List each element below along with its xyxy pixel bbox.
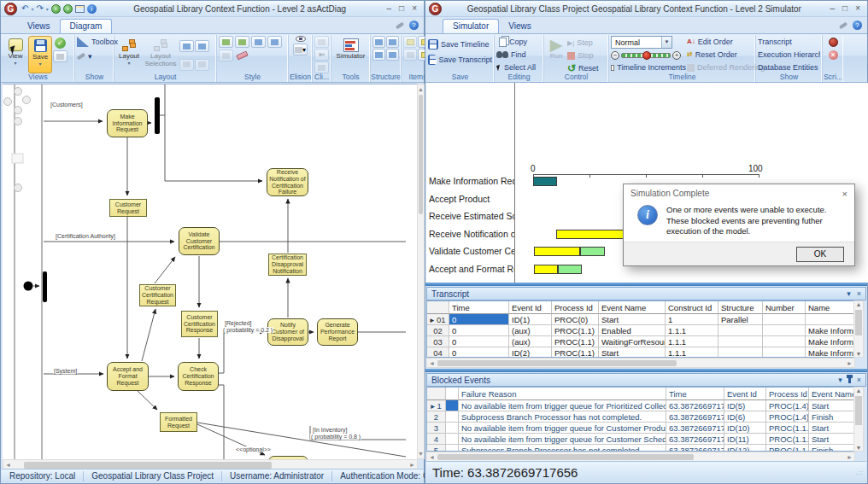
diagram-node[interactable]: Formatted Request	[160, 412, 197, 432]
show-transcript-button[interactable]: Transcript	[758, 36, 820, 48]
column-header[interactable]: Event Id	[724, 388, 766, 400]
column-header[interactable]: Process Id	[552, 301, 599, 314]
panel-splitter[interactable]	[425, 369, 867, 372]
elision-screen-icon[interactable]: ▾	[293, 44, 308, 55]
validate-check-icon[interactable]: ✓	[55, 38, 66, 49]
simulator-button[interactable]: Simulator	[333, 36, 368, 73]
align-tool-icon[interactable]	[195, 59, 209, 71]
save-timeline-button[interactable]: Save Timeline	[428, 38, 492, 50]
eraser-icon[interactable]	[235, 50, 249, 61]
column-header[interactable]: Event Id	[509, 301, 552, 314]
stop-script-icon[interactable]: ✕	[829, 50, 838, 60]
diagram-node[interactable]: Check Certification Response	[178, 362, 219, 391]
tab-simulator[interactable]: Simulator	[443, 19, 499, 33]
ok-button[interactable]: OK	[796, 247, 844, 262]
slider-plus-icon[interactable]: +	[672, 51, 681, 60]
maximize-button[interactable]: □	[842, 3, 847, 15]
gantt-bar-segment[interactable]	[534, 247, 580, 256]
resize-grip[interactable]: .::	[855, 469, 866, 476]
step-button[interactable]: ▶|Step	[567, 38, 593, 49]
redo-icon[interactable]: ↷	[36, 4, 43, 13]
column-header[interactable]: Time	[449, 301, 509, 314]
style-image-icon[interactable]	[219, 36, 233, 48]
copy-button[interactable]: Copy	[496, 36, 542, 48]
undo-icon[interactable]: ↶	[21, 4, 28, 13]
diagram-canvas[interactable]: Make Information RequestCustomer Request…	[3, 84, 418, 459]
show-database-entities-button[interactable]: Database Entities	[758, 61, 820, 73]
column-header[interactable]: Event Name	[809, 388, 855, 400]
help-icon[interactable]: ?	[409, 20, 419, 30]
structure-tool-icon[interactable]	[372, 49, 385, 61]
minimize-button[interactable]: –	[387, 3, 392, 15]
panel-splitter[interactable]	[425, 283, 867, 286]
save-button[interactable]: Save▾	[28, 36, 52, 73]
column-header[interactable]: Structure	[718, 301, 763, 314]
transcript-panel-header[interactable]: Transcript ▾ ×	[426, 287, 866, 300]
diagram-node[interactable]: Receive Notification of Certification Fa…	[267, 168, 308, 196]
column-header[interactable]: Construct Id	[666, 301, 718, 314]
redo-dropdown-icon[interactable]: ▾	[46, 6, 49, 12]
titlebar[interactable]: G Geospatial Library Class Project Geosp…	[425, 1, 867, 17]
table-row[interactable]: 2Subprocess Branch Processor has not com…	[427, 411, 855, 423]
table-row[interactable]: 5Subprocess Branch Processor has not com…	[427, 445, 855, 452]
view-button[interactable]: View▾	[3, 36, 27, 73]
diagram-node[interactable]: Generate Performance Report	[317, 318, 358, 346]
table-row[interactable]: 3No available item from trigger queue fo…	[427, 423, 855, 434]
stop-button[interactable]: Stop	[567, 50, 594, 61]
column-header[interactable]: Event Name	[599, 301, 666, 314]
panel-menu-icon[interactable]: ▾	[838, 376, 842, 384]
structure-tool-icon[interactable]	[372, 36, 385, 48]
table-row[interactable]: ▸ 1No available item from trigger queue …	[427, 400, 855, 411]
structure-tool-icon[interactable]	[386, 36, 399, 48]
paste-icon[interactable]	[314, 36, 329, 48]
style-zoom-icon[interactable]	[219, 50, 233, 61]
diagram-node[interactable]: Notify Customer of Disapproval	[267, 318, 308, 346]
back-icon[interactable]: ‹	[51, 4, 61, 14]
combo-dropdown-icon[interactable]: ▼	[661, 37, 672, 48]
column-header[interactable]	[427, 301, 449, 314]
column-header[interactable]	[427, 388, 446, 400]
timeline-increments-button[interactable]: Timeline Increments	[611, 62, 686, 73]
diagram-node[interactable]: Customer Request	[109, 199, 147, 217]
slider-minus-icon[interactable]: −	[611, 51, 619, 60]
pin-icon[interactable]	[848, 377, 851, 383]
show-execution-hierarchy-button[interactable]: Execution Hierarchy	[758, 49, 820, 61]
deferred-rendering-button[interactable]: Deferred Rendering	[687, 62, 765, 73]
toolbox-button[interactable]: Toolbox	[77, 36, 118, 48]
table-row[interactable]: 040ID(2)PROC(1.1)Start1.1.1Make Informat…	[427, 347, 855, 358]
align-tool-icon[interactable]	[195, 40, 209, 52]
window-icon[interactable]	[75, 5, 85, 13]
cut-icon[interactable]: ✄	[314, 49, 329, 61]
table-row[interactable]: 030(aux)PROC(1.1)WaitingForResources1.1.…	[427, 336, 855, 347]
elision-eye-icon[interactable]	[296, 36, 306, 42]
diagram-node[interactable]: Validate Customer Certification	[179, 227, 220, 255]
align-tool-icon[interactable]	[179, 59, 194, 71]
diagram-node[interactable]: Certification Disapproval Notification	[268, 254, 307, 276]
slider-handle[interactable]	[642, 51, 651, 60]
align-tool-icon[interactable]	[179, 40, 194, 52]
panel-menu-icon[interactable]: ▾	[847, 289, 851, 298]
item-tool-icon[interactable]	[403, 36, 417, 48]
column-header[interactable]: Process Id	[766, 388, 809, 400]
titlebar[interactable]: G ↶▾ ↷▾ ‹ › i Geospatial Library Context…	[1, 1, 424, 17]
tab-diagram[interactable]: Diagram	[60, 19, 113, 33]
minimize-button[interactable]: –	[830, 3, 836, 15]
blocked-events-table[interactable]: Failure ReasonTimeEvent IdProcess IdEven…	[426, 387, 855, 452]
column-header[interactable]: Number	[763, 301, 806, 314]
style-shape-icon[interactable]	[251, 36, 266, 48]
blocked-events-panel-header[interactable]: Blocked Events ▾ ×	[426, 373, 866, 387]
edit-order-button[interactable]: A↓Edit Order	[687, 36, 765, 47]
item-tool-icon[interactable]	[403, 49, 417, 61]
panel-close-icon[interactable]: ×	[857, 289, 861, 298]
timeline-speed-slider[interactable]: − +	[611, 50, 686, 61]
reset-order-button[interactable]: ⇄Reset Order	[687, 49, 765, 60]
gantt-bar-segment[interactable]	[533, 177, 557, 186]
show-wrench-button[interactable]: ▾	[77, 50, 92, 62]
blocked-events-vscrollbar[interactable]: ▲▼	[853, 387, 864, 452]
run-button[interactable]: ▶ Run	[546, 36, 566, 73]
forward-icon[interactable]: ›	[63, 4, 73, 14]
settings-wrench-icon[interactable]	[839, 21, 847, 29]
undo-dropdown-icon[interactable]: ▾	[31, 6, 33, 12]
copy-icon[interactable]	[314, 61, 329, 73]
style-shape-icon[interactable]	[267, 36, 282, 48]
